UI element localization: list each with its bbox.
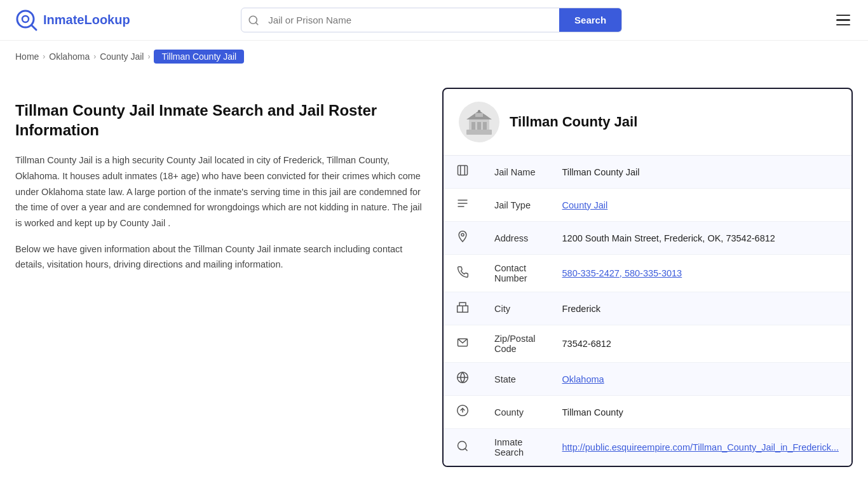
table-row: State Oklahoma (444, 363, 851, 396)
breadcrumb-active: Tillman County Jail (154, 50, 244, 64)
county-icon (444, 396, 482, 429)
jail-name-value: Tillman County Jail (550, 156, 851, 189)
breadcrumb-county-jail[interactable]: County Jail (100, 51, 144, 62)
zip-value: 73542-6812 (550, 325, 851, 363)
address-label: Address (482, 222, 550, 255)
table-row: City Frederick (444, 292, 851, 325)
table-row: Zip/Postal Code 73542-6812 (444, 325, 851, 363)
svg-line-28 (465, 448, 468, 451)
table-row: Inmate Search http://public.esquireempir… (444, 429, 851, 466)
contact-number-link[interactable]: 580-335-2427, 580-335-3013 (562, 268, 682, 278)
svg-point-27 (458, 441, 466, 449)
breadcrumb: Home › Oklahoma › County Jail › Tillman … (0, 41, 868, 72)
table-row: Jail Name Tillman County Jail (444, 156, 851, 189)
inmate-search-link[interactable]: http://public.esquireempire.com/Tillman_… (562, 442, 839, 452)
state-link[interactable]: Oklahoma (562, 374, 604, 384)
table-row: Jail Type County Jail (444, 189, 851, 222)
phone-icon (444, 255, 482, 292)
main-content: Tillman County Jail Inmate Search and Ja… (0, 72, 868, 488)
svg-rect-7 (471, 122, 475, 130)
svg-line-2 (32, 25, 36, 30)
inmate-search-label: Inmate Search (482, 429, 550, 466)
svg-rect-13 (458, 166, 468, 175)
svg-rect-9 (483, 122, 487, 130)
breadcrumb-chevron-3: › (147, 52, 150, 61)
menu-button[interactable] (834, 12, 853, 29)
table-row: Contact Number 580-335-2427, 580-335-301… (444, 255, 851, 292)
info-card-header: Tillman County Jail (444, 89, 851, 156)
info-card: Tillman County Jail Jail Name Tillman Co… (442, 88, 853, 467)
description-paragraph-1: Tillman County Jail is a high security C… (15, 152, 422, 231)
jail-type-value: County Jail (550, 189, 851, 222)
state-label: State (482, 363, 550, 396)
contact-number-label: Contact Number (482, 255, 550, 292)
logo-text: InmateLookup (43, 13, 130, 27)
svg-point-1 (22, 16, 29, 22)
table-row: Address 1200 South Main Street, Frederic… (444, 222, 851, 255)
breadcrumb-chevron-2: › (93, 52, 96, 61)
state-value: Oklahoma (550, 363, 851, 396)
svg-rect-5 (466, 130, 492, 135)
svg-rect-8 (477, 122, 481, 130)
header: InmateLookup Search (0, 0, 868, 41)
jail-icon (444, 156, 482, 189)
jail-type-label: Jail Type (482, 189, 550, 222)
svg-point-19 (461, 233, 464, 236)
facility-building-icon (464, 107, 494, 137)
left-panel: Tillman County Jail Inmate Search and Ja… (15, 88, 422, 467)
info-table: Jail Name Tillman County Jail Jail Type … (444, 156, 851, 466)
address-icon (444, 222, 482, 255)
search-icon (241, 15, 266, 26)
search-input[interactable] (266, 8, 559, 32)
inmate-search-value: http://public.esquireempire.com/Tillman_… (550, 429, 851, 466)
logo-icon (15, 9, 38, 32)
county-label: County (482, 396, 550, 429)
address-value: 1200 South Main Street, Frederick, OK, 7… (550, 222, 851, 255)
zip-icon (444, 325, 482, 363)
jail-name-label: Jail Name (482, 156, 550, 189)
search-link-icon (444, 429, 482, 466)
city-value: Frederick (550, 292, 851, 325)
info-card-title: Tillman County Jail (510, 114, 637, 130)
breadcrumb-oklahoma[interactable]: Oklahoma (49, 51, 90, 62)
svg-line-4 (256, 22, 258, 24)
search-button[interactable]: Search (559, 8, 621, 32)
svg-rect-11 (475, 113, 483, 117)
zip-label: Zip/Postal Code (482, 325, 550, 363)
state-icon (444, 363, 482, 396)
contact-number-value: 580-335-2427, 580-335-3013 (550, 255, 851, 292)
description-paragraph-2: Below we have given information about th… (15, 241, 422, 273)
city-label: City (482, 292, 550, 325)
right-panel: Tillman County Jail Jail Name Tillman Co… (442, 88, 853, 467)
type-icon (444, 189, 482, 222)
svg-point-12 (478, 110, 480, 112)
page-heading: Tillman County Jail Inmate Search and Ja… (15, 100, 422, 140)
breadcrumb-chevron-1: › (43, 52, 45, 61)
jail-type-link[interactable]: County Jail (562, 200, 608, 210)
city-icon (444, 292, 482, 325)
county-value: Tillman County (550, 396, 851, 429)
facility-avatar (459, 102, 499, 142)
table-row: County Tillman County (444, 396, 851, 429)
logo-link[interactable]: InmateLookup (15, 9, 130, 32)
breadcrumb-home[interactable]: Home (15, 51, 39, 62)
search-form: Search (241, 8, 622, 32)
